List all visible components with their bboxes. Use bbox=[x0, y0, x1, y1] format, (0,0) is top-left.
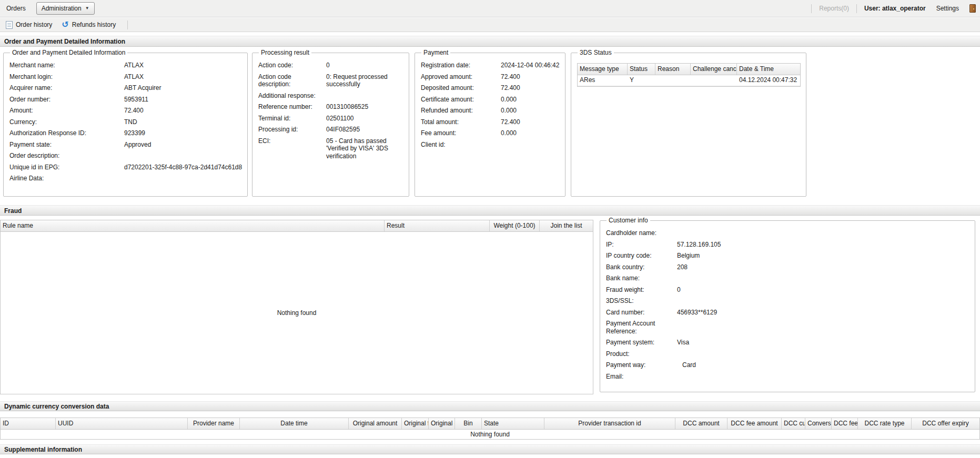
field-row: Approved amount:72.400 bbox=[421, 73, 560, 81]
field-value: ATLAX bbox=[124, 62, 242, 69]
field-row: Terminal id:02501100 bbox=[258, 115, 403, 123]
field-value: 5953911 bbox=[124, 96, 242, 104]
column-header: Challenge cancel bbox=[691, 64, 737, 75]
customer-info-legend: Customer info bbox=[607, 217, 650, 224]
field-label: Action code: bbox=[258, 62, 326, 69]
column-header: Original f bbox=[402, 418, 429, 429]
field-value: 208 bbox=[677, 263, 969, 271]
field-row: Card number:456933**6129 bbox=[606, 309, 969, 317]
field-row: Email: bbox=[606, 373, 969, 381]
field-label: Email: bbox=[606, 373, 677, 381]
field-label: Action code description: bbox=[258, 73, 326, 88]
column-header: Conversi bbox=[805, 418, 832, 429]
customer-info-fieldset: Customer info Cardholder name:IP:57.128.… bbox=[600, 217, 975, 392]
field-label: Certificate amount: bbox=[421, 96, 501, 104]
field-label: IP country code: bbox=[606, 252, 677, 260]
field-value bbox=[677, 373, 969, 381]
field-label: Payment system: bbox=[606, 339, 677, 347]
table-cell bbox=[655, 75, 691, 86]
field-value bbox=[677, 320, 969, 335]
field-row: Action code:0 bbox=[258, 62, 403, 69]
field-row: Currency:TND bbox=[9, 118, 242, 126]
separator bbox=[127, 21, 128, 29]
field-row: Amount:72.400 bbox=[9, 107, 242, 115]
menu-reports[interactable]: Reports(0) bbox=[819, 5, 849, 12]
column-header: DCC fee amount bbox=[728, 418, 782, 429]
column-header: DCC fee bbox=[832, 418, 858, 429]
field-value: 72.400 bbox=[124, 107, 242, 115]
logout-door-icon[interactable] bbox=[969, 4, 976, 13]
field-label: Refunded amount: bbox=[421, 107, 501, 115]
field-row: Certificate amount:0.000 bbox=[421, 96, 560, 104]
field-label: Order description: bbox=[9, 152, 124, 160]
field-value: Card bbox=[677, 361, 969, 369]
column-header: UUID bbox=[56, 418, 188, 429]
field-row: Action code description:0: Request proce… bbox=[258, 73, 403, 88]
column-header: Result bbox=[385, 220, 490, 231]
refunds-history-button[interactable]: ↺ Refunds history bbox=[59, 20, 118, 29]
column-header: Original c bbox=[429, 418, 455, 429]
administration-label: Administration bbox=[42, 5, 82, 12]
field-row: Merchant name:ATLAX bbox=[9, 62, 242, 69]
menu-settings[interactable]: Settings bbox=[933, 5, 962, 12]
table-header: Message typeStatusReasonChallenge cancel… bbox=[578, 64, 800, 75]
chevron-down-icon: ▼ bbox=[85, 6, 89, 11]
section-header-fraud: Fraud bbox=[0, 205, 980, 216]
table-cell bbox=[691, 75, 737, 86]
field-value: Visa bbox=[677, 339, 969, 347]
field-label: Registration date: bbox=[421, 62, 501, 69]
field-value bbox=[677, 350, 969, 358]
field-label: ECI: bbox=[258, 137, 326, 160]
field-row: Payment state:Approved bbox=[9, 141, 242, 149]
field-value bbox=[677, 297, 969, 305]
field-row: Deposited amount:72.400 bbox=[421, 84, 560, 92]
field-label: Client id: bbox=[421, 141, 501, 149]
menu-orders[interactable]: Orders bbox=[3, 5, 29, 12]
order-info-fieldset: Order and Payment Detailed Information M… bbox=[3, 49, 248, 197]
refresh-icon: ↺ bbox=[62, 21, 68, 28]
field-row: Processing id:04IF082595 bbox=[258, 126, 403, 134]
section-header-supplemental: Supplemental information bbox=[0, 444, 980, 454]
table-cell: Y bbox=[628, 75, 655, 86]
field-value bbox=[677, 274, 969, 282]
column-header: DCC amount bbox=[675, 418, 728, 429]
order-info-rows: Merchant name:ATLAXMerchant login:ATLAXA… bbox=[9, 62, 242, 182]
order-history-button[interactable]: Order history bbox=[4, 20, 54, 30]
field-row: Bank name: bbox=[606, 274, 969, 282]
field-row: Cardholder name: bbox=[606, 229, 969, 237]
field-label: Reference number: bbox=[258, 103, 326, 111]
field-label: Currency: bbox=[9, 118, 124, 126]
payment-legend: Payment bbox=[421, 49, 450, 56]
field-value: 02501100 bbox=[326, 115, 403, 123]
payment-rows: Registration date:2024-12-04 00:46:42App… bbox=[421, 62, 560, 148]
field-row: Unique id in EPG:d7202201-325f-4c88-97ca… bbox=[9, 164, 242, 171]
empty-message: Nothing found bbox=[1, 232, 593, 394]
table-header: Rule nameResultWeight (0-100)Join the li… bbox=[1, 220, 593, 232]
field-row: Refunded amount:0.000 bbox=[421, 107, 560, 115]
administration-dropdown[interactable]: Administration ▼ bbox=[36, 2, 95, 15]
field-value: 2024-12-04 00:46:42 bbox=[501, 62, 560, 69]
field-value: ABT Acquirer bbox=[124, 84, 242, 92]
section-header-order-payment: Order and Payment Detailed Information bbox=[0, 36, 980, 47]
field-label: Merchant name: bbox=[9, 62, 124, 69]
table-cell: 04.12.2024 00:47:32 bbox=[737, 75, 800, 86]
field-label: Bank country: bbox=[606, 263, 677, 271]
field-value bbox=[124, 175, 242, 182]
field-value bbox=[677, 229, 969, 237]
field-value: ATLAX bbox=[124, 73, 242, 81]
field-value: 001310086525 bbox=[326, 103, 403, 111]
column-header: Provider name bbox=[188, 418, 240, 429]
field-label: Product: bbox=[606, 350, 677, 358]
field-row: IP:57.128.169.105 bbox=[606, 241, 969, 249]
payment-fieldset: Payment Registration date:2024-12-04 00:… bbox=[415, 49, 565, 197]
dcc-table: IDUUIDProvider nameDate timeOriginal amo… bbox=[0, 418, 980, 440]
field-value: Belgium bbox=[677, 252, 969, 260]
field-row: Reference number:001310086525 bbox=[258, 103, 403, 111]
field-label: Terminal id: bbox=[258, 115, 326, 123]
fraud-table: Rule nameResultWeight (0-100)Join the li… bbox=[0, 220, 593, 394]
field-label: Card number: bbox=[606, 309, 677, 317]
field-value: 923399 bbox=[124, 129, 242, 137]
field-label: Processing id: bbox=[258, 126, 326, 134]
processing-result-legend: Processing result bbox=[259, 49, 311, 56]
empty-message: Nothing found bbox=[1, 430, 979, 439]
